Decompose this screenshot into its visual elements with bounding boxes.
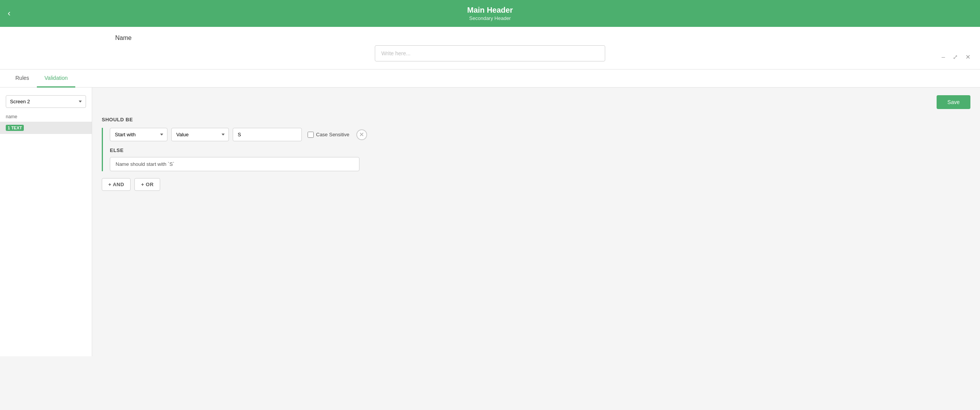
sidebar: Screen 2 Screen 1 Screen 3 name 1 TEXT <box>0 88 92 356</box>
remove-condition-button[interactable]: ✕ <box>356 129 367 140</box>
sidebar-field-label: name <box>0 112 92 122</box>
sidebar-toolbar: Screen 2 Screen 1 Screen 3 <box>0 91 92 112</box>
value-type-select[interactable]: Value Field <box>171 128 229 141</box>
secondary-title: Secondary Header <box>467 15 513 21</box>
close-button[interactable]: ✕ <box>963 53 972 61</box>
case-sensitive-wrap: Case Sensitive <box>308 132 349 138</box>
or-button[interactable]: + OR <box>134 178 160 191</box>
back-button[interactable]: ‹ <box>8 8 10 18</box>
case-sensitive-label[interactable]: Case Sensitive <box>316 132 349 137</box>
content-header-row: Save <box>102 95 970 109</box>
top-header: ‹ Main Header Secondary Header <box>0 0 980 27</box>
field-type: TEXT <box>11 126 22 130</box>
minimize-button[interactable]: – <box>940 53 947 61</box>
else-message-input[interactable] <box>110 157 359 171</box>
content-area: Save SHOULD BE Start with End with Conta… <box>92 88 980 356</box>
should-be-label: SHOULD BE <box>102 117 970 122</box>
value-input[interactable] <box>233 128 302 141</box>
main-title: Main Header <box>467 6 513 15</box>
screen-select[interactable]: Screen 2 Screen 1 Screen 3 <box>6 95 86 108</box>
and-button[interactable]: + AND <box>102 178 131 191</box>
name-label: Name <box>115 35 132 41</box>
sidebar-field-item[interactable]: 1 TEXT <box>0 122 92 134</box>
window-controls: – ⤢ ✕ <box>940 53 972 61</box>
name-input[interactable] <box>375 45 605 61</box>
save-button[interactable]: Save <box>937 95 970 109</box>
tab-validation[interactable]: Validation <box>37 69 75 88</box>
maximize-button[interactable]: ⤢ <box>951 53 960 61</box>
rule-block: Start with End with Contains Equals Does… <box>102 128 970 171</box>
case-sensitive-checkbox[interactable] <box>308 132 314 138</box>
field-number: 1 <box>8 126 10 130</box>
main-layout: Screen 2 Screen 1 Screen 3 name 1 TEXT S… <box>0 88 980 356</box>
field-badge: 1 TEXT <box>6 125 24 131</box>
name-section: Name – ⤢ ✕ <box>0 27 980 69</box>
else-label: ELSE <box>110 147 970 153</box>
add-buttons-row: + AND + OR <box>102 178 970 191</box>
header-titles: Main Header Secondary Header <box>467 6 513 21</box>
condition-row: Start with End with Contains Equals Does… <box>110 128 970 141</box>
operator-select[interactable]: Start with End with Contains Equals Does… <box>110 128 167 141</box>
tabs-row: Rules Validation <box>0 69 980 88</box>
tab-rules[interactable]: Rules <box>8 69 37 88</box>
